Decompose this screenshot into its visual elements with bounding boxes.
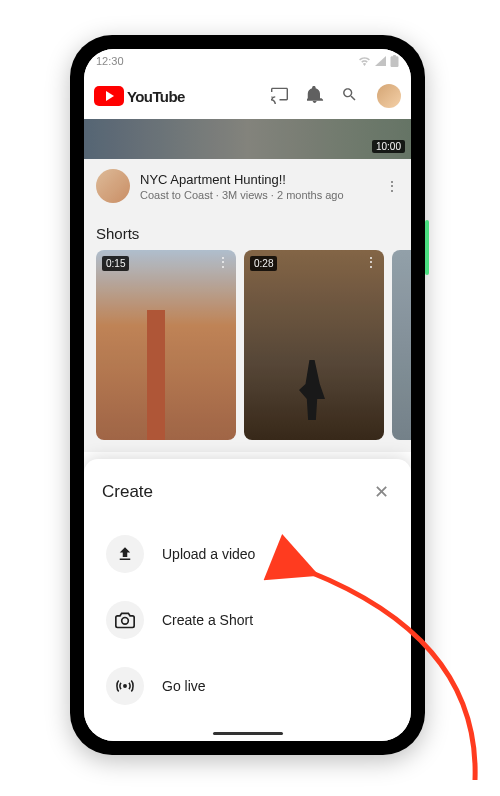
thumbnail-art [126, 310, 186, 440]
live-icon [106, 667, 144, 705]
screen: 12:30 YouTube [84, 49, 411, 741]
video-thumbnail[interactable]: 10:00 [84, 119, 411, 159]
cast-icon[interactable] [271, 87, 291, 105]
home-indicator [213, 732, 283, 735]
search-icon[interactable] [341, 86, 361, 106]
upload-video-button[interactable]: Upload a video [102, 521, 393, 587]
duration-badge: 0:15 [102, 256, 129, 271]
video-row[interactable]: NYC Apartment Hunting!! Coast to Coast ·… [84, 159, 411, 213]
sheet-title: Create [102, 482, 153, 502]
duration-badge: 10:00 [372, 140, 405, 153]
camera-icon [106, 601, 144, 639]
short-card[interactable] [392, 250, 411, 440]
video-title: NYC Apartment Hunting!! [140, 172, 375, 187]
status-time: 12:30 [96, 55, 124, 67]
channel-avatar[interactable] [96, 169, 130, 203]
svg-point-1 [123, 684, 127, 688]
wifi-icon [358, 56, 371, 66]
more-icon[interactable]: ⋮ [364, 254, 378, 270]
logo-icon [94, 86, 124, 106]
short-card[interactable]: 0:28 ⋮ [244, 250, 384, 440]
bell-icon[interactable] [307, 86, 325, 106]
create-short-button[interactable]: Create a Short [102, 587, 393, 653]
status-icons [358, 55, 399, 67]
create-sheet: Create ✕ Upload a video Create a Short [84, 459, 411, 741]
battery-icon [390, 55, 399, 67]
thumbnail-art [299, 360, 325, 420]
svg-point-0 [122, 618, 129, 625]
sheet-item-label: Go live [162, 678, 206, 694]
signal-icon [375, 56, 386, 66]
close-icon[interactable]: ✕ [370, 477, 393, 507]
power-button [425, 220, 429, 275]
status-bar: 12:30 [84, 49, 411, 73]
feed-content: 10:00 NYC Apartment Hunting!! Coast to C… [84, 119, 411, 452]
phone-frame: 12:30 YouTube [70, 35, 425, 755]
video-meta: Coast to Coast · 3M views · 2 months ago [140, 189, 375, 201]
go-live-button[interactable]: Go live [102, 653, 393, 719]
short-card[interactable]: 0:15 ⋮ [96, 250, 236, 440]
app-header: YouTube [84, 73, 411, 119]
more-icon[interactable]: ⋮ [385, 178, 399, 194]
sheet-item-label: Upload a video [162, 546, 255, 562]
logo-text: YouTube [127, 88, 185, 105]
avatar[interactable] [377, 84, 401, 108]
shorts-row[interactable]: 0:15 ⋮ 0:28 ⋮ [84, 250, 411, 452]
duration-badge: 0:28 [250, 256, 277, 271]
upload-icon [106, 535, 144, 573]
youtube-logo[interactable]: YouTube [94, 86, 265, 106]
sheet-item-label: Create a Short [162, 612, 253, 628]
more-icon[interactable]: ⋮ [216, 254, 230, 270]
shorts-heading: Shorts [84, 213, 411, 250]
